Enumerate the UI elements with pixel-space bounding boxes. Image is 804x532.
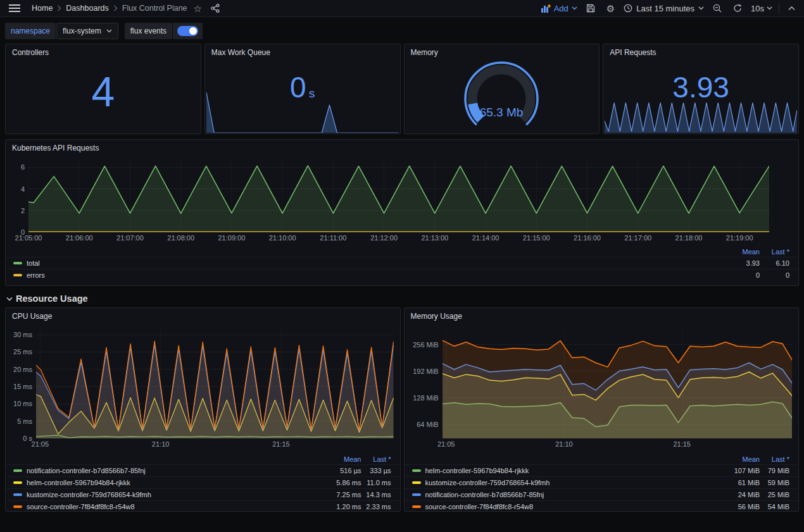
- top-navigation: Home Dashboards Flux Control Plane ☆ Add…: [0, 0, 804, 17]
- series-name[interactable]: source-controller-7f84df8fc8-r54w8: [27, 503, 325, 510]
- x-tick-label: 21:09:00: [218, 234, 245, 242]
- x-tick-label: 21:14:00: [472, 234, 499, 242]
- panel-cpu-usage: CPU Usage 0 s5 ms10 ms15 ms20 ms25 ms30 …: [5, 307, 401, 512]
- menu-toggle-button[interactable]: [6, 3, 23, 14]
- toolbar-divider: [779, 3, 779, 13]
- chevron-down-icon: [572, 6, 577, 10]
- time-range-label: Last 15 minutes: [636, 4, 694, 13]
- series-name[interactable]: kustomize-controller-759d768654-k9fmh: [27, 491, 325, 498]
- y-tick-label: 30 ms: [13, 331, 32, 338]
- legend-table: MeanLast *helm-controller-5967b94b84-rjk…: [405, 454, 799, 512]
- refresh-interval-picker[interactable]: 10s: [751, 4, 772, 13]
- legend-column-header[interactable]: Last *: [361, 455, 391, 463]
- add-panel-button[interactable]: Add: [541, 4, 577, 13]
- flux-events-label: flux events: [125, 23, 172, 39]
- refresh-button[interactable]: [731, 3, 744, 14]
- legend-value: 56 MiB: [723, 503, 760, 510]
- memory-usage-chart[interactable]: [443, 330, 793, 438]
- series-name[interactable]: helm-controller-5967b94b84-rjkkk: [425, 467, 724, 474]
- share-button[interactable]: [208, 3, 222, 14]
- series-color-swatch[interactable]: [412, 469, 421, 472]
- memory-gauge[interactable]: 65.3 Mb: [405, 57, 600, 133]
- series-name[interactable]: source-controller-7f84df8fc8-r54w8: [425, 503, 724, 510]
- y-axis: 64 MiB128 MiB192 MiB256 MiB: [410, 330, 439, 438]
- panel-title: Max Work Queue: [205, 44, 400, 59]
- x-tick-label: 21:17:00: [624, 234, 651, 242]
- series-name[interactable]: errors: [27, 271, 723, 279]
- chevron-down-icon: [106, 29, 112, 33]
- series-color-swatch[interactable]: [13, 469, 22, 472]
- x-tick-label: 21:05: [437, 440, 455, 448]
- legend-column-header[interactable]: Last *: [760, 248, 789, 256]
- flux-events-toggle[interactable]: [173, 23, 203, 39]
- series-name[interactable]: notification-controller-b7d8566b7-85fnj: [425, 491, 724, 498]
- legend-value: 2.33 ms: [361, 503, 391, 510]
- legend-value: 79 MiB: [760, 467, 789, 474]
- series-name[interactable]: total: [27, 259, 723, 267]
- x-tick-label: 21:12:00: [370, 234, 398, 242]
- legend-row: notification-controller-b7d8566b7-85fnj5…: [6, 464, 400, 476]
- kubernetes-api-requests-chart[interactable]: [28, 161, 769, 232]
- legend-column-header[interactable]: Last *: [760, 455, 789, 463]
- series-color-swatch[interactable]: [13, 493, 22, 496]
- x-tick-label: 21:08:00: [167, 234, 194, 242]
- controllers-stat-value: 4: [6, 57, 201, 133]
- series-color-swatch[interactable]: [412, 481, 421, 484]
- gear-icon: ⚙: [606, 4, 615, 13]
- y-tick-label: 2: [21, 207, 25, 214]
- series-color-swatch[interactable]: [13, 262, 22, 264]
- time-range-picker[interactable]: Last 15 minutes: [624, 4, 704, 13]
- row-resource-usage[interactable]: Resource Usage: [6, 294, 799, 304]
- api-requests-sparkline[interactable]: [605, 100, 797, 133]
- magnifier-minus-icon: [713, 4, 722, 13]
- series-color-swatch[interactable]: [412, 505, 421, 508]
- x-tick-label: 21:10: [555, 440, 573, 448]
- x-tick-label: 21:10: [152, 440, 170, 448]
- breadcrumb-home[interactable]: Home: [32, 4, 53, 13]
- breadcrumb-dashboards[interactable]: Dashboards: [66, 4, 108, 13]
- legend-value: 0: [723, 271, 760, 279]
- namespace-selected-value: flux-system: [63, 27, 101, 35]
- legend-table: MeanLast *notification-controller-b7d856…: [6, 454, 400, 512]
- x-tick-label: 21:15: [673, 440, 691, 448]
- max-work-queue-sparkline[interactable]: [206, 90, 399, 133]
- zoom-out-time-button[interactable]: [710, 3, 724, 14]
- x-tick-label: 21:05: [32, 440, 49, 448]
- series-color-swatch[interactable]: [13, 505, 22, 508]
- series-color-swatch[interactable]: [13, 274, 22, 276]
- legend-column-header[interactable]: Mean: [325, 455, 361, 463]
- x-tick-label: 21:05:00: [15, 234, 42, 242]
- x-tick-label: 21:19:00: [726, 234, 753, 242]
- share-icon: [211, 4, 220, 13]
- panel-title: Controllers: [6, 44, 201, 59]
- cpu-usage-chart[interactable]: [36, 330, 394, 438]
- legend-column-header[interactable]: Mean: [723, 248, 760, 256]
- refresh-interval-label: 10s: [751, 4, 764, 13]
- clock-icon: [624, 4, 632, 13]
- series-name[interactable]: notification-controller-b7d8566b7-85fnj: [27, 467, 325, 474]
- series-color-swatch[interactable]: [13, 481, 22, 484]
- legend-row: errors00: [6, 269, 798, 281]
- namespace-variable-select[interactable]: flux-system: [56, 23, 118, 39]
- series-name[interactable]: helm-controller-5967b94b84-rjkkk: [27, 479, 325, 486]
- legend-value: 3.93: [723, 259, 760, 267]
- legend-value: 6.10: [760, 259, 789, 267]
- collapse-toolbar-button[interactable]: [786, 5, 798, 12]
- hamburger-icon: [9, 4, 20, 13]
- grafana-dashboard: Home Dashboards Flux Control Plane ☆ Add…: [0, 0, 804, 512]
- legend-header: MeanLast *: [405, 454, 799, 464]
- legend-row: notification-controller-b7d8566b7-85fnj2…: [405, 488, 799, 500]
- save-dashboard-button[interactable]: [584, 3, 598, 14]
- legend-row: helm-controller-5967b94b84-rjkkk5.86 ms1…: [6, 476, 400, 488]
- save-icon: [586, 4, 595, 13]
- y-tick-label: 25 ms: [13, 348, 32, 356]
- dashboard-settings-button[interactable]: ⚙: [604, 3, 617, 15]
- chevron-down-icon: [767, 6, 772, 10]
- favorite-button[interactable]: ☆: [191, 3, 204, 15]
- series-color-swatch[interactable]: [412, 493, 421, 496]
- x-tick-label: 21:11:00: [320, 234, 346, 242]
- legend-value: 1.20 ms: [325, 503, 361, 510]
- series-name[interactable]: kustomize-controller-759d768654-k9fmh: [425, 479, 724, 486]
- legend-column-header[interactable]: Mean: [723, 455, 760, 463]
- x-tick-label: 21:06:00: [66, 234, 93, 242]
